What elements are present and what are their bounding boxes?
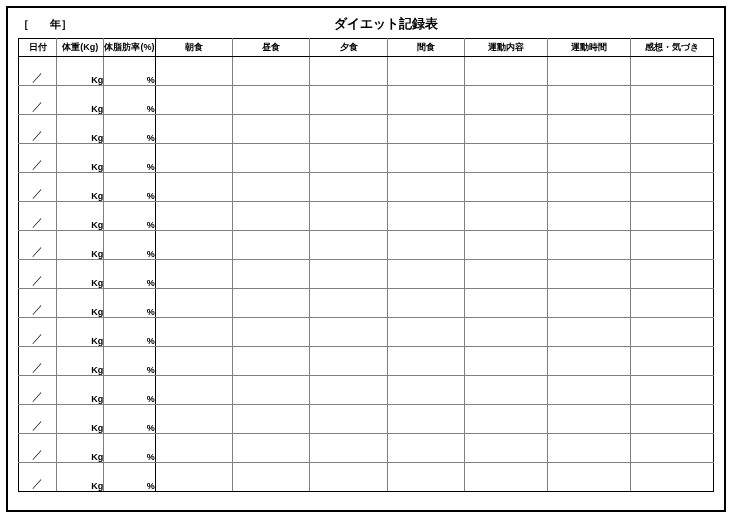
- body-fat-cell[interactable]: %: [104, 318, 156, 347]
- exercise-time-cell[interactable]: [548, 86, 631, 115]
- exercise-content-cell[interactable]: [465, 231, 548, 260]
- body-fat-cell[interactable]: %: [104, 202, 156, 231]
- weight-cell[interactable]: Kg: [57, 318, 104, 347]
- lunch-cell[interactable]: [233, 115, 310, 144]
- snack-cell[interactable]: [387, 115, 464, 144]
- lunch-cell[interactable]: [233, 86, 310, 115]
- dinner-cell[interactable]: [310, 202, 387, 231]
- lunch-cell[interactable]: [233, 144, 310, 173]
- weight-cell[interactable]: Kg: [57, 231, 104, 260]
- breakfast-cell[interactable]: [155, 115, 232, 144]
- lunch-cell[interactable]: [233, 173, 310, 202]
- breakfast-cell[interactable]: [155, 347, 232, 376]
- lunch-cell[interactable]: [233, 318, 310, 347]
- weight-cell[interactable]: Kg: [57, 376, 104, 405]
- lunch-cell[interactable]: [233, 260, 310, 289]
- dinner-cell[interactable]: [310, 86, 387, 115]
- snack-cell[interactable]: [387, 347, 464, 376]
- weight-cell[interactable]: Kg: [57, 173, 104, 202]
- lunch-cell[interactable]: [233, 347, 310, 376]
- exercise-time-cell[interactable]: [548, 144, 631, 173]
- weight-cell[interactable]: Kg: [57, 144, 104, 173]
- notes-cell[interactable]: [631, 231, 714, 260]
- snack-cell[interactable]: [387, 144, 464, 173]
- dinner-cell[interactable]: [310, 347, 387, 376]
- exercise-content-cell[interactable]: [465, 376, 548, 405]
- snack-cell[interactable]: [387, 202, 464, 231]
- weight-cell[interactable]: Kg: [57, 434, 104, 463]
- body-fat-cell[interactable]: %: [104, 231, 156, 260]
- dinner-cell[interactable]: [310, 405, 387, 434]
- exercise-time-cell[interactable]: [548, 463, 631, 492]
- exercise-time-cell[interactable]: [548, 376, 631, 405]
- dinner-cell[interactable]: [310, 173, 387, 202]
- body-fat-cell[interactable]: %: [104, 173, 156, 202]
- breakfast-cell[interactable]: [155, 434, 232, 463]
- exercise-time-cell[interactable]: [548, 347, 631, 376]
- date-cell[interactable]: ／: [19, 376, 57, 405]
- exercise-time-cell[interactable]: [548, 260, 631, 289]
- breakfast-cell[interactable]: [155, 260, 232, 289]
- exercise-content-cell[interactable]: [465, 463, 548, 492]
- notes-cell[interactable]: [631, 260, 714, 289]
- date-cell[interactable]: ／: [19, 289, 57, 318]
- body-fat-cell[interactable]: %: [104, 86, 156, 115]
- exercise-time-cell[interactable]: [548, 405, 631, 434]
- weight-cell[interactable]: Kg: [57, 57, 104, 86]
- snack-cell[interactable]: [387, 463, 464, 492]
- dinner-cell[interactable]: [310, 318, 387, 347]
- notes-cell[interactable]: [631, 434, 714, 463]
- snack-cell[interactable]: [387, 86, 464, 115]
- body-fat-cell[interactable]: %: [104, 115, 156, 144]
- date-cell[interactable]: ／: [19, 260, 57, 289]
- date-cell[interactable]: ／: [19, 405, 57, 434]
- notes-cell[interactable]: [631, 173, 714, 202]
- weight-cell[interactable]: Kg: [57, 260, 104, 289]
- exercise-content-cell[interactable]: [465, 144, 548, 173]
- lunch-cell[interactable]: [233, 376, 310, 405]
- exercise-content-cell[interactable]: [465, 434, 548, 463]
- weight-cell[interactable]: Kg: [57, 86, 104, 115]
- exercise-content-cell[interactable]: [465, 405, 548, 434]
- exercise-content-cell[interactable]: [465, 115, 548, 144]
- date-cell[interactable]: ／: [19, 57, 57, 86]
- date-cell[interactable]: ／: [19, 86, 57, 115]
- dinner-cell[interactable]: [310, 463, 387, 492]
- dinner-cell[interactable]: [310, 115, 387, 144]
- body-fat-cell[interactable]: %: [104, 434, 156, 463]
- dinner-cell[interactable]: [310, 144, 387, 173]
- lunch-cell[interactable]: [233, 231, 310, 260]
- notes-cell[interactable]: [631, 202, 714, 231]
- notes-cell[interactable]: [631, 463, 714, 492]
- weight-cell[interactable]: Kg: [57, 115, 104, 144]
- body-fat-cell[interactable]: %: [104, 289, 156, 318]
- breakfast-cell[interactable]: [155, 289, 232, 318]
- exercise-time-cell[interactable]: [548, 289, 631, 318]
- weight-cell[interactable]: Kg: [57, 405, 104, 434]
- exercise-time-cell[interactable]: [548, 57, 631, 86]
- body-fat-cell[interactable]: %: [104, 260, 156, 289]
- exercise-time-cell[interactable]: [548, 173, 631, 202]
- snack-cell[interactable]: [387, 57, 464, 86]
- breakfast-cell[interactable]: [155, 463, 232, 492]
- exercise-time-cell[interactable]: [548, 231, 631, 260]
- snack-cell[interactable]: [387, 434, 464, 463]
- body-fat-cell[interactable]: %: [104, 347, 156, 376]
- weight-cell[interactable]: Kg: [57, 463, 104, 492]
- exercise-time-cell[interactable]: [548, 202, 631, 231]
- date-cell[interactable]: ／: [19, 318, 57, 347]
- date-cell[interactable]: ／: [19, 463, 57, 492]
- snack-cell[interactable]: [387, 318, 464, 347]
- notes-cell[interactable]: [631, 376, 714, 405]
- notes-cell[interactable]: [631, 86, 714, 115]
- exercise-content-cell[interactable]: [465, 173, 548, 202]
- breakfast-cell[interactable]: [155, 231, 232, 260]
- notes-cell[interactable]: [631, 57, 714, 86]
- weight-cell[interactable]: Kg: [57, 202, 104, 231]
- lunch-cell[interactable]: [233, 289, 310, 318]
- notes-cell[interactable]: [631, 144, 714, 173]
- body-fat-cell[interactable]: %: [104, 57, 156, 86]
- snack-cell[interactable]: [387, 376, 464, 405]
- lunch-cell[interactable]: [233, 463, 310, 492]
- date-cell[interactable]: ／: [19, 115, 57, 144]
